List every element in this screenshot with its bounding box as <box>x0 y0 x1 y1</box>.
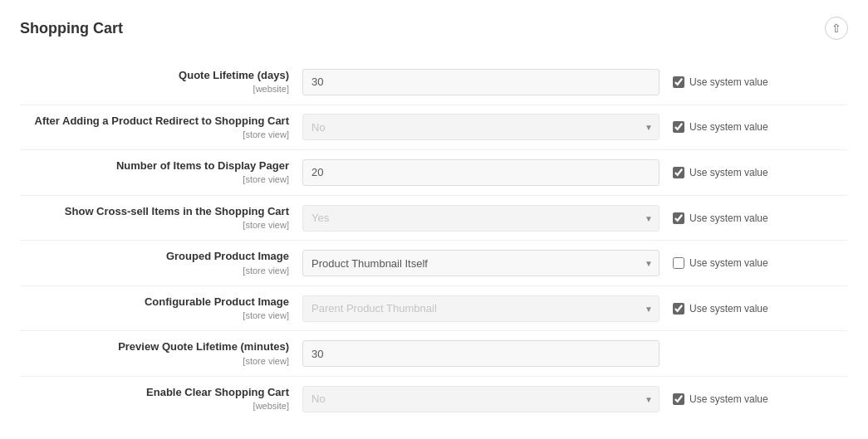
input-items-display-pager <box>302 159 660 186</box>
page-container: Shopping Cart ⇧ Quote Lifetime (days)[we… <box>0 0 868 439</box>
control-col-enable-clear-cart: NoYes▼ <box>302 386 660 412</box>
label-scope-redirect-after-add: [store view] <box>20 129 289 141</box>
label-main-items-display-pager: Number of Items to Display Pager <box>20 159 289 173</box>
label-col-cross-sell: Show Cross-sell Items in the Shopping Ca… <box>20 204 302 232</box>
form-row-preview-quote-lifetime: Preview Quote Lifetime (minutes)[store v… <box>20 331 848 377</box>
label-scope-quote-lifetime: [website] <box>20 83 289 95</box>
system-value-col-grouped-product-image: Use system value <box>660 257 792 269</box>
form-row-quote-lifetime: Quote Lifetime (days)[website]Use system… <box>20 60 848 105</box>
label-scope-enable-clear-cart: [website] <box>20 400 289 412</box>
label-col-configurable-product-image: Configurable Product Image[store view] <box>20 295 302 323</box>
system-value-col-quote-lifetime: Use system value <box>660 76 792 88</box>
section-header: Shopping Cart ⇧ <box>20 17 848 40</box>
select-wrapper-configurable-product-image: Parent Product ThumbnailProduct Thumbnai… <box>302 295 660 322</box>
system-value-label-grouped-product-image[interactable]: Use system value <box>689 257 768 269</box>
label-main-enable-clear-cart: Enable Clear Shopping Cart <box>20 385 289 400</box>
system-value-checkbox-enable-clear-cart[interactable] <box>673 393 684 405</box>
system-value-col-items-display-pager: Use system value <box>660 167 792 178</box>
system-value-label-configurable-product-image[interactable]: Use system value <box>689 303 768 315</box>
control-col-redirect-after-add: NoYes▼ <box>302 114 660 140</box>
select-wrapper-enable-clear-cart: NoYes▼ <box>302 386 660 412</box>
system-value-checkbox-configurable-product-image[interactable] <box>673 303 684 315</box>
system-value-label-enable-clear-cart[interactable]: Use system value <box>689 393 768 405</box>
system-value-col-redirect-after-add: Use system value <box>660 121 792 133</box>
label-scope-grouped-product-image: [store view] <box>20 265 289 277</box>
system-value-checkbox-cross-sell[interactable] <box>673 212 684 224</box>
system-value-label-redirect-after-add[interactable]: Use system value <box>689 121 768 133</box>
select-grouped-product-image[interactable]: Product Thumbnail ItselfParent Product T… <box>302 250 660 276</box>
label-scope-cross-sell: [store view] <box>20 219 289 232</box>
select-redirect-after-add: NoYes <box>302 114 660 140</box>
control-col-grouped-product-image: Product Thumbnail ItselfParent Product T… <box>302 250 660 276</box>
label-scope-preview-quote-lifetime: [store view] <box>20 355 289 368</box>
label-col-redirect-after-add: After Adding a Product Redirect to Shopp… <box>20 114 302 142</box>
section-title: Shopping Cart <box>20 20 123 37</box>
system-value-col-enable-clear-cart: Use system value <box>660 393 792 405</box>
form-row-cross-sell: Show Cross-sell Items in the Shopping Ca… <box>20 196 848 241</box>
label-scope-configurable-product-image: [store view] <box>20 310 289 322</box>
system-value-col-configurable-product-image: Use system value <box>660 303 792 315</box>
system-value-checkbox-items-display-pager[interactable] <box>673 167 684 178</box>
form-row-configurable-product-image: Configurable Product Image[store view]Pa… <box>20 286 848 332</box>
system-value-checkbox-grouped-product-image[interactable] <box>673 257 684 269</box>
label-scope-items-display-pager: [store view] <box>20 173 289 186</box>
system-value-label-cross-sell[interactable]: Use system value <box>689 212 768 224</box>
system-value-checkbox-quote-lifetime[interactable] <box>673 76 684 88</box>
control-col-quote-lifetime <box>302 69 660 95</box>
control-col-cross-sell: YesNo▼ <box>302 205 660 232</box>
input-preview-quote-lifetime[interactable] <box>302 340 660 367</box>
system-value-col-cross-sell: Use system value <box>660 212 792 224</box>
input-quote-lifetime <box>302 69 660 95</box>
select-wrapper-redirect-after-add: NoYes▼ <box>302 114 660 140</box>
system-value-checkbox-redirect-after-add[interactable] <box>673 121 684 133</box>
label-col-enable-clear-cart: Enable Clear Shopping Cart[website] <box>20 385 302 413</box>
label-main-redirect-after-add: After Adding a Product Redirect to Shopp… <box>20 114 289 129</box>
form-row-redirect-after-add: After Adding a Product Redirect to Shopp… <box>20 105 848 151</box>
control-col-configurable-product-image: Parent Product ThumbnailProduct Thumbnai… <box>302 295 660 322</box>
control-col-preview-quote-lifetime <box>302 340 660 367</box>
form-row-grouped-product-image: Grouped Product Image[store view]Product… <box>20 241 848 286</box>
form-rows: Quote Lifetime (days)[website]Use system… <box>20 60 848 422</box>
label-main-cross-sell: Show Cross-sell Items in the Shopping Ca… <box>20 204 289 219</box>
select-configurable-product-image: Parent Product ThumbnailProduct Thumbnai… <box>302 295 660 322</box>
system-value-label-quote-lifetime[interactable]: Use system value <box>689 76 768 88</box>
collapse-button[interactable]: ⇧ <box>825 17 848 40</box>
select-wrapper-cross-sell: YesNo▼ <box>302 205 660 232</box>
form-row-items-display-pager: Number of Items to Display Pager[store v… <box>20 150 848 196</box>
label-main-preview-quote-lifetime: Preview Quote Lifetime (minutes) <box>20 339 289 354</box>
form-row-enable-clear-cart: Enable Clear Shopping Cart[website]NoYes… <box>20 377 848 422</box>
system-value-label-items-display-pager[interactable]: Use system value <box>689 167 768 178</box>
select-enable-clear-cart: NoYes <box>302 386 660 412</box>
label-col-quote-lifetime: Quote Lifetime (days)[website] <box>20 68 302 96</box>
label-main-quote-lifetime: Quote Lifetime (days) <box>20 68 289 83</box>
select-wrapper-grouped-product-image: Product Thumbnail ItselfParent Product T… <box>302 250 660 276</box>
label-main-configurable-product-image: Configurable Product Image <box>20 295 289 310</box>
label-col-preview-quote-lifetime: Preview Quote Lifetime (minutes)[store v… <box>20 339 302 368</box>
label-col-items-display-pager: Number of Items to Display Pager[store v… <box>20 159 302 187</box>
select-cross-sell: YesNo <box>302 205 660 232</box>
label-main-grouped-product-image: Grouped Product Image <box>20 249 289 264</box>
label-col-grouped-product-image: Grouped Product Image[store view] <box>20 249 302 277</box>
control-col-items-display-pager <box>302 159 660 186</box>
